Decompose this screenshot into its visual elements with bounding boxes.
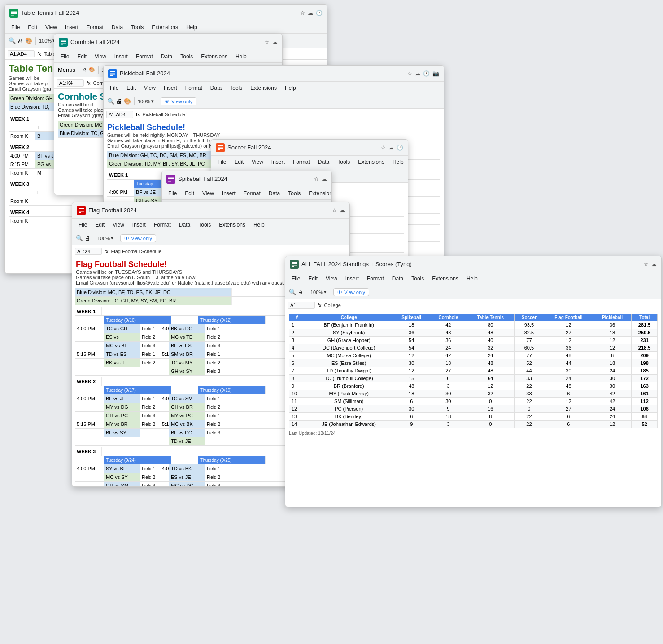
tt-room-k-3: Room K	[9, 197, 35, 205]
tabletennis-title: Table Tennis Fall 2024	[21, 9, 297, 16]
col-cornhole: Cornhole	[430, 314, 467, 321]
svg-rect-10	[110, 74, 115, 75]
ff-thu1: Thursday (9/12)	[198, 316, 266, 324]
menu-view[interactable]: View	[42, 23, 61, 31]
cell-reference: A1:AD4	[8, 50, 35, 57]
paintformat-icon[interactable]: 🎨	[25, 37, 32, 44]
soccer-menubar: File Edit View Insert Format Data Tools …	[211, 156, 408, 168]
cloud-icon: ☁	[308, 10, 313, 16]
standings-row: 2SY (Saybrook)36484882.52718259.5	[289, 329, 658, 337]
standings-titlebar: ALL FALL 2024 Standings + Scores (Tyng) …	[285, 256, 661, 272]
menu-data[interactable]: Data	[108, 23, 126, 31]
spikeball-icon	[166, 175, 175, 184]
svg-rect-25	[292, 263, 297, 264]
pickleball-zoom[interactable]: 100% ▾	[138, 98, 154, 104]
svg-rect-19	[168, 181, 171, 182]
svg-rect-9	[110, 73, 115, 74]
svg-rect-22	[79, 211, 84, 212]
soccer-titlebar: Soccer Fall 2024 ☆ ☁ 🕐	[211, 140, 408, 156]
pickleball-view-only[interactable]: 👁 View only	[161, 97, 196, 105]
flagfootball-icon	[77, 206, 86, 215]
flagfootball-zoom[interactable]: 100% ▾	[97, 235, 113, 241]
ff-thu2: Thursday (9/19)	[198, 386, 266, 394]
ff-thu3: Thursday (9/25)	[198, 456, 266, 464]
standings-formula: College	[324, 302, 659, 308]
col-flagfootball: Flag Football	[544, 314, 593, 321]
search-toolbar-icon[interactable]: 🔍	[9, 37, 16, 44]
cornhole-titlebar: Cornhole Fall 2024 ☆ ☁	[54, 34, 282, 50]
standings-row: 8TC (Trumbull College)15664332430172	[289, 375, 658, 382]
cornhole-icon	[59, 38, 68, 47]
pickleball-formula: Pickleball Schedule!	[143, 112, 441, 117]
print-icon[interactable]: 🖨	[17, 37, 23, 44]
standings-toolbar: 🔍 🖨 100% ▾ 👁 View only	[285, 285, 661, 299]
svg-rect-11	[110, 75, 113, 76]
svg-rect-27	[292, 266, 294, 267]
standings-row: 14JE (Johnathan Edwards)9302261252	[289, 421, 658, 428]
tabletennis-icon	[9, 9, 18, 18]
zoom-control[interactable]: 100% ▾	[39, 38, 55, 44]
col-tabletennis: Table Tennis	[467, 314, 514, 321]
standings-row: 4DC (Davenport College)54243260.53612218…	[289, 344, 658, 352]
tt-time2: 5:15 PM	[9, 160, 35, 168]
standings-icon	[290, 260, 299, 269]
pickleball-titlebar: Pickleball Fall 2024 ☆ ☁ 🕐 📷	[104, 66, 444, 82]
flagfootball-menubar: File Edit View Insert Format Data Tools …	[72, 219, 349, 231]
menu-insert[interactable]: Insert	[61, 23, 82, 31]
standings-row: 9BR (Branford)48312224830163	[289, 382, 658, 390]
standings-view-only[interactable]: 👁 View only	[333, 288, 369, 296]
svg-rect-21	[79, 210, 84, 210]
ff-week2-label: WEEK 2	[75, 377, 102, 386]
svg-rect-15	[218, 149, 220, 150]
svg-rect-5	[61, 41, 66, 42]
standings-row: 3GH (Grace Hopper)543640771212231	[289, 337, 658, 344]
standings-content: # College Spikeball Cornhole Table Tenni…	[285, 311, 661, 507]
menu-help[interactable]: Help	[183, 23, 201, 31]
spikeball-titlebar: Spikeball Fall 2024 ☆ ☁	[162, 171, 332, 187]
standings-title: ALL FALL 2024 Standings + Scores (Tyng)	[301, 261, 641, 267]
flagfootball-toolbar: 🔍 🖨 100% ▾ 👁 View only	[72, 231, 349, 245]
col-rank: #	[289, 314, 305, 321]
pickleball-heading: Pickleball Schedule!	[107, 123, 440, 132]
menu-tools[interactable]: Tools	[127, 23, 147, 31]
history-icon: 🕐	[316, 10, 323, 16]
tabletennis-menubar: File Edit View Insert Format Data Tools …	[5, 21, 327, 34]
tt-week3-label: WEEK 3	[9, 180, 44, 188]
flagfootball-title: Flag Football 2024	[88, 207, 329, 214]
standings-row: 10MY (Pauli Murray)18303233642161	[289, 390, 658, 398]
last-updated: Last Updated: 12/11/24	[289, 431, 658, 436]
ff-blue-div-label: Blue Division: MC, BF, TD, ES, BK, JE, D…	[75, 288, 232, 296]
svg-rect-7	[61, 44, 63, 45]
cornhole-title: Cornhole Fall 2024	[70, 39, 262, 45]
menu-format[interactable]: Format	[83, 23, 107, 31]
flagfootball-view-only[interactable]: 👁 View only	[120, 234, 156, 242]
tt-week2-label: WEEK 2	[9, 143, 44, 151]
star-icon2: ☆	[265, 39, 270, 45]
col-spikeball: Spikeball	[393, 314, 430, 321]
menus-label: Menus	[58, 66, 75, 73]
svg-rect-17	[168, 178, 174, 179]
pickleball-sub1: Games will be held nightly, MONDAY—THURS…	[107, 132, 440, 138]
svg-rect-6	[61, 43, 66, 44]
pickleball-time1: 4:00 PM	[107, 188, 134, 196]
cornhole-title-icons: ☆ ☁	[265, 39, 278, 45]
soccer-icon	[216, 143, 225, 152]
svg-rect-18	[168, 180, 174, 180]
standings-zoom[interactable]: 100% ▾	[310, 289, 327, 295]
col-soccer: Soccer	[514, 314, 544, 321]
svg-rect-24	[292, 262, 297, 263]
menu-edit[interactable]: Edit	[24, 23, 41, 31]
standings-row: 12PC (Pierson)3091602724106	[289, 405, 658, 413]
tabletennis-titlebar: Table Tennis Fall 2024 ☆ ☁ 🕐	[5, 5, 327, 21]
menu-extensions[interactable]: Extensions	[148, 23, 182, 31]
tt-week4-label: WEEK 4	[9, 208, 44, 216]
standings-table: # College Spikeball Cornhole Table Tenni…	[289, 314, 658, 428]
menu-file[interactable]: File	[8, 23, 23, 31]
ff-green-div-label: Green Division: TC, GH, MY, SY, SM, PC, …	[75, 297, 232, 305]
col-college: College	[305, 314, 393, 321]
zoom-value: 100%	[39, 38, 52, 44]
svg-rect-26	[292, 265, 297, 266]
standings-row: 13BK (Berkley)61882262484	[289, 413, 658, 421]
pickleball-menubar: File Edit View Insert Format Data Tools …	[104, 82, 444, 94]
tt-room-k-2: Room K	[9, 169, 35, 177]
